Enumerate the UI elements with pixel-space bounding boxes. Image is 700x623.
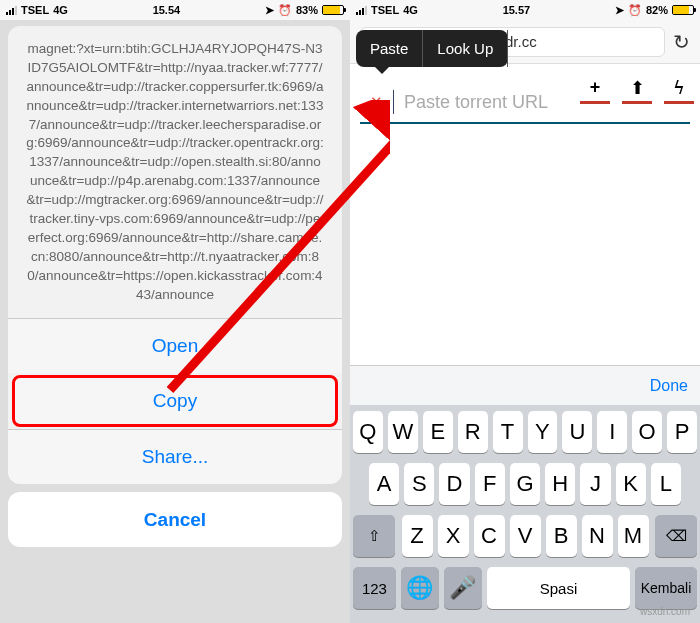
key-l[interactable]: L (651, 463, 681, 505)
key-j[interactable]: J (580, 463, 610, 505)
key-r[interactable]: R (458, 411, 488, 453)
keyboard-row-2: ASDFGHJKL (353, 463, 697, 505)
share-button[interactable]: Share... (8, 429, 342, 484)
done-button[interactable]: Done (650, 377, 688, 395)
key-x[interactable]: X (438, 515, 469, 557)
keyboard: QWERTYUIOP ASDFGHJKL ⇧ ZXCVBNM ⌫ 123 🌐 🎤… (350, 405, 700, 623)
key-p[interactable]: P (667, 411, 697, 453)
add-icon[interactable]: + (580, 74, 610, 104)
paste-menu-item[interactable]: Paste (356, 30, 423, 67)
key-n[interactable]: N (582, 515, 613, 557)
keyboard-row-3: ⇧ ZXCVBNM ⌫ (353, 515, 697, 557)
upload-icon[interactable]: ⬆ (622, 74, 652, 104)
key-z[interactable]: Z (402, 515, 433, 557)
key-w[interactable]: W (388, 411, 418, 453)
signal-icon (356, 6, 367, 15)
watermark: wsxdn.com (640, 606, 690, 617)
cancel-button[interactable]: Cancel (8, 492, 342, 547)
key-u[interactable]: U (562, 411, 592, 453)
signal-icon (6, 6, 17, 15)
key-o[interactable]: O (632, 411, 662, 453)
action-sheet: magnet:?xt=urn:btih:GCLHJA4RYJOPQH47S-N3… (8, 26, 342, 615)
network-label: 4G (403, 4, 418, 16)
carrier-label: TSEL (21, 4, 49, 16)
location-icon: ➤ (615, 4, 624, 17)
key-d[interactable]: D (439, 463, 469, 505)
location-icon: ➤ (265, 4, 274, 17)
bolt-icon[interactable]: ϟ (664, 74, 694, 104)
left-screenshot: TSEL 4G 15.54 ➤ ⏰ 83% magnet:?xt=urn:bti… (0, 0, 350, 623)
return-key[interactable]: Kembali (635, 567, 697, 609)
context-menu: Paste Look Up (356, 30, 508, 67)
key-c[interactable]: C (474, 515, 505, 557)
key-q[interactable]: Q (353, 411, 383, 453)
open-button[interactable]: Open (8, 318, 342, 373)
keyboard-accessory: Done (350, 365, 700, 405)
battery-percent: 82% (646, 4, 668, 16)
key-e[interactable]: E (423, 411, 453, 453)
battery-icon (672, 5, 694, 15)
refresh-icon[interactable]: ↻ (673, 30, 690, 54)
key-i[interactable]: I (597, 411, 627, 453)
clock: 15.57 (503, 4, 531, 16)
battery-icon (322, 5, 344, 15)
key-f[interactable]: F (475, 463, 505, 505)
key-v[interactable]: V (510, 515, 541, 557)
backspace-key[interactable]: ⌫ (655, 515, 697, 557)
key-a[interactable]: A (369, 463, 399, 505)
key-y[interactable]: Y (528, 411, 558, 453)
alarm-icon: ⏰ (278, 4, 292, 17)
mic-key[interactable]: 🎤 (444, 567, 482, 609)
text-cursor (393, 90, 394, 114)
key-g[interactable]: G (510, 463, 540, 505)
magnet-link-text: magnet:?xt=urn:btih:GCLHJA4RYJOPQH47S-N3… (8, 26, 342, 318)
space-key[interactable]: Spasi (487, 567, 630, 609)
copy-button[interactable]: Copy (12, 375, 338, 427)
globe-key[interactable]: 🌐 (401, 567, 439, 609)
key-b[interactable]: B (546, 515, 577, 557)
shift-key[interactable]: ⇧ (353, 515, 395, 557)
clock: 15.54 (153, 4, 181, 16)
lookup-menu-item[interactable]: Look Up (423, 30, 508, 67)
key-s[interactable]: S (404, 463, 434, 505)
clear-icon[interactable]: ✕ (370, 93, 383, 111)
key-h[interactable]: H (545, 463, 575, 505)
key-k[interactable]: K (616, 463, 646, 505)
numbers-key[interactable]: 123 (353, 567, 396, 609)
status-bar: TSEL 4G 15.57 ➤ ⏰ 82% (350, 0, 700, 20)
network-label: 4G (53, 4, 68, 16)
battery-percent: 83% (296, 4, 318, 16)
keyboard-row-1: QWERTYUIOP (353, 411, 697, 453)
carrier-label: TSEL (371, 4, 399, 16)
right-screenshot: TSEL 4G 15.57 ➤ ⏰ 82% eedr.cc ↻ Paste Lo… (350, 0, 700, 623)
key-m[interactable]: M (618, 515, 649, 557)
status-bar: TSEL 4G 15.54 ➤ ⏰ 83% (0, 0, 350, 20)
key-t[interactable]: T (493, 411, 523, 453)
alarm-icon: ⏰ (628, 4, 642, 17)
